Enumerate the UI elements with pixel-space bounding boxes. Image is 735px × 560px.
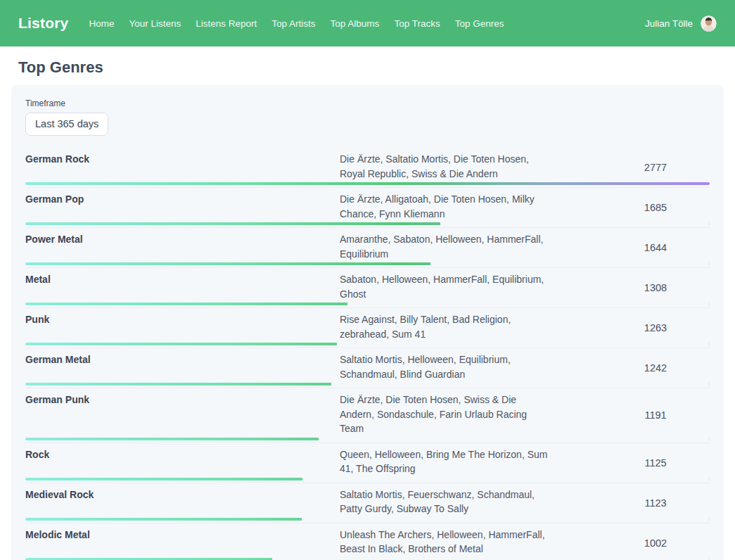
genre-row: Medieval Rock Saltatio Mortis, Feuerschw… bbox=[25, 483, 710, 523]
genre-bar bbox=[25, 303, 710, 305]
genre-artists: Die Ärzte, Die Toten Hosen, Swiss & Die … bbox=[340, 388, 551, 443]
user-name[interactable]: Julian Tölle bbox=[645, 18, 693, 29]
genre-bar bbox=[25, 558, 710, 560]
genre-table: German Rock Die Ärzte, Saltatio Mortis, … bbox=[25, 148, 710, 560]
genre-bar-mask bbox=[337, 343, 710, 345]
genre-row: Melodic Metal Unleash The Archers, Hello… bbox=[25, 523, 710, 560]
genre-artists: Rise Against, Billy Talent, Bad Religion… bbox=[340, 308, 551, 348]
app-page: Listory HomeYour ListensListens ReportTo… bbox=[0, 0, 735, 560]
genre-artists: Die Ärzte, Saltatio Mortis, Die Toten Ho… bbox=[340, 148, 551, 187]
genre-bar bbox=[25, 343, 710, 345]
genre-artists: Unleash The Archers, Helloween, HammerFa… bbox=[340, 523, 551, 560]
genre-count: 1123 bbox=[551, 483, 710, 523]
genre-count: 1242 bbox=[551, 348, 710, 388]
genre-bar-mask bbox=[331, 383, 710, 386]
genre-name: German Rock bbox=[25, 148, 340, 187]
genre-bar bbox=[25, 438, 710, 440]
genre-row: Punk Rise Against, Billy Talent, Bad Rel… bbox=[25, 308, 710, 348]
nav-item-top-tracks[interactable]: Top Tracks bbox=[394, 18, 440, 29]
genre-artists: Saltatio Mortis, Feuerschwanz, Schandmau… bbox=[340, 483, 551, 523]
genre-bar-mask bbox=[319, 438, 710, 440]
genre-count: 1191 bbox=[551, 388, 710, 443]
genre-bar-mask bbox=[272, 558, 710, 560]
genre-bar bbox=[25, 182, 710, 185]
genre-row: German Rock Die Ärzte, Saltatio Mortis, … bbox=[25, 148, 710, 188]
genre-bar bbox=[25, 222, 710, 225]
genre-bar bbox=[25, 262, 710, 265]
main-nav: HomeYour ListensListens ReportTop Artist… bbox=[89, 18, 504, 29]
genre-bar bbox=[25, 518, 710, 521]
genre-artists: Amaranthe, Sabaton, Helloween, HammerFal… bbox=[340, 228, 551, 267]
genre-name: Punk bbox=[25, 308, 340, 348]
genre-name: German Metal bbox=[25, 348, 340, 388]
user-avatar-icon[interactable] bbox=[701, 15, 717, 32]
genre-name: Melodic Metal bbox=[25, 523, 340, 560]
genre-row: German Pop Die Ärzte, Alligatoah, Die To… bbox=[25, 188, 710, 228]
genre-name: Metal bbox=[25, 268, 340, 307]
genre-name: German Punk bbox=[25, 388, 340, 443]
genre-bar-mask bbox=[347, 303, 710, 305]
genre-bar-mask bbox=[430, 262, 710, 265]
genre-count: 1263 bbox=[551, 308, 710, 348]
genre-artists: Queen, Helloween, Bring Me The Horizon, … bbox=[340, 443, 551, 483]
genre-count: 1125 bbox=[551, 443, 710, 483]
genre-count: 2777 bbox=[551, 148, 710, 187]
timeframe-select[interactable]: Last 365 days bbox=[25, 113, 108, 136]
genre-count: 1002 bbox=[551, 523, 710, 560]
genre-name: Rock bbox=[25, 443, 340, 483]
genre-row: German Punk Die Ärzte, Die Toten Hosen, … bbox=[25, 388, 710, 443]
genre-bar-mask bbox=[302, 518, 710, 521]
genre-artists: Saltatio Mortis, Helloween, Equilibrium,… bbox=[340, 348, 551, 388]
genre-count: 1685 bbox=[551, 188, 710, 227]
genre-name: German Pop bbox=[25, 188, 340, 227]
genre-name: Medieval Rock bbox=[25, 483, 340, 523]
genre-artists: Die Ärzte, Alligatoah, Die Toten Hosen, … bbox=[340, 188, 551, 227]
genres-panel: Timeframe Last 365 days German Rock Die … bbox=[11, 84, 724, 560]
nav-item-top-artists[interactable]: Top Artists bbox=[271, 18, 315, 29]
genre-artists: Sabaton, Helloween, HammerFall, Equilibr… bbox=[340, 268, 551, 307]
nav-item-top-albums[interactable]: Top Albums bbox=[331, 18, 380, 29]
app-logo[interactable]: Listory bbox=[18, 15, 68, 32]
user-area: Julian Tölle bbox=[645, 15, 717, 32]
app-header: Listory HomeYour ListensListens ReportTo… bbox=[0, 0, 735, 46]
main-content: Top Genres Timeframe Last 365 days Germa… bbox=[0, 58, 735, 560]
timeframe-control: Timeframe Last 365 days bbox=[25, 98, 710, 148]
genre-count: 1644 bbox=[551, 228, 710, 267]
page-title: Top Genres bbox=[18, 58, 724, 77]
genre-name: Power Metal bbox=[25, 228, 340, 267]
genre-row: German Metal Saltatio Mortis, Helloween,… bbox=[25, 348, 710, 388]
nav-item-home[interactable]: Home bbox=[89, 18, 114, 29]
genre-bar bbox=[25, 383, 710, 386]
genre-row: Power Metal Amaranthe, Sabaton, Hellowee… bbox=[25, 228, 710, 268]
nav-item-top-genres[interactable]: Top Genres bbox=[455, 18, 504, 29]
timeframe-label: Timeframe bbox=[25, 98, 710, 108]
genre-bar-mask bbox=[440, 222, 710, 225]
genre-bar-mask bbox=[302, 478, 710, 481]
genre-row: Metal Sabaton, Helloween, HammerFall, Eq… bbox=[25, 268, 710, 308]
nav-item-your-listens[interactable]: Your Listens bbox=[129, 18, 181, 29]
genre-row: Rock Queen, Helloween, Bring Me The Hori… bbox=[25, 443, 710, 483]
genre-bar bbox=[25, 478, 710, 481]
nav-item-listens-report[interactable]: Listens Report bbox=[196, 18, 257, 29]
genre-count: 1308 bbox=[551, 268, 710, 307]
